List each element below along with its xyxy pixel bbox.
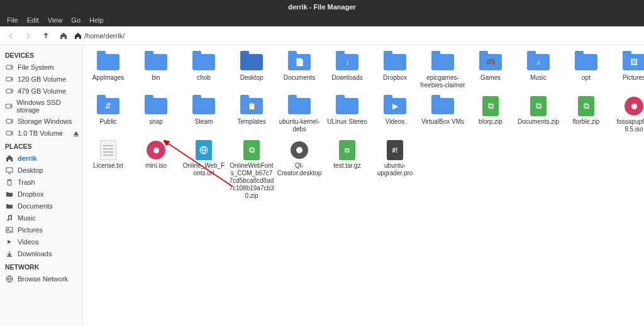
path-bar[interactable]: /home/derrik/ bbox=[74, 32, 125, 40]
menu-file[interactable]: File bbox=[3, 15, 23, 25]
file-item-label: Games bbox=[480, 74, 501, 82]
file-item-label: Public bbox=[99, 118, 116, 126]
file-item-25[interactable]: mini.iso bbox=[133, 139, 179, 200]
folder-icon bbox=[335, 95, 360, 117]
file-item-16[interactable]: ubuntu-kernel-debs bbox=[277, 95, 322, 133]
file-item-27[interactable]: ⧉OnlineWebFonts_COM_b67c77cd5bca8cd8ad7c… bbox=[229, 139, 274, 200]
up-button[interactable] bbox=[39, 29, 53, 43]
sidebar-item-devices-0[interactable]: File System bbox=[0, 61, 82, 73]
file-item-label: Steam bbox=[195, 118, 213, 126]
file-item-3[interactable]: Desktop bbox=[229, 52, 274, 89]
svg-rect-12 bbox=[6, 168, 13, 172]
sidebar-item-places-5[interactable]: Music bbox=[0, 212, 82, 224]
sidebar-item-network-0[interactable]: Browse Network bbox=[0, 273, 82, 285]
file-item-5[interactable]: ↓Downloads bbox=[325, 52, 370, 89]
file-item-21[interactable]: ⧉Documents.zip bbox=[516, 95, 561, 133]
folder-icon: 📋 bbox=[239, 95, 264, 117]
sidebar-item-places-3[interactable]: Dropbox bbox=[0, 188, 82, 200]
home-button[interactable] bbox=[57, 29, 70, 43]
file-item-6[interactable]: Dropbox bbox=[372, 52, 418, 89]
file-item-10[interactable]: opt bbox=[564, 52, 609, 89]
sidebar-item-label: derrik bbox=[18, 155, 37, 162]
menu-go[interactable]: Go bbox=[67, 15, 85, 25]
sidebar-item-devices-3[interactable]: Windows SSD storage bbox=[0, 97, 82, 115]
sidebar-item-label: Documents bbox=[18, 202, 53, 210]
menu-help[interactable]: Help bbox=[85, 15, 108, 25]
sidebar-item-label: Downloads bbox=[18, 250, 52, 258]
file-item-17[interactable]: ULinux Stereo bbox=[325, 95, 370, 133]
file-item-7[interactable]: epicgames-freebies-claimer bbox=[420, 52, 465, 89]
file-item-23[interactable]: fossapup64-9.5.iso bbox=[611, 95, 644, 133]
sidebar-item-places-6[interactable]: Pictures bbox=[0, 224, 82, 236]
back-button[interactable] bbox=[4, 29, 18, 43]
zip-icon: ⧉ bbox=[526, 95, 551, 117]
file-item-9[interactable]: ♪Music bbox=[516, 52, 561, 89]
sidebar-item-label: Music bbox=[18, 214, 36, 222]
zip-icon: ⧉ bbox=[478, 95, 503, 117]
svg-point-7 bbox=[10, 106, 11, 107]
file-view: AppImagesbinchobDesktop📄Documents↓Downlo… bbox=[83, 45, 644, 326]
sidebar-item-devices-4[interactable]: Storage Windows bbox=[0, 115, 82, 127]
menu-edit[interactable]: Edit bbox=[23, 15, 43, 25]
file-item-label: Music bbox=[530, 74, 547, 82]
file-item-26[interactable]: Online_Web_Fonts.url bbox=[181, 139, 226, 200]
home-icon bbox=[74, 32, 82, 40]
file-item-label: Documents bbox=[284, 74, 316, 82]
file-item-8[interactable]: 🎮Games bbox=[468, 52, 513, 89]
sidebar-item-devices-1[interactable]: 120 GB Volume bbox=[0, 73, 82, 85]
file-item-1[interactable]: bin bbox=[133, 52, 179, 89]
drive-icon bbox=[5, 117, 14, 126]
sidebar-item-places-2[interactable]: Trash bbox=[0, 176, 82, 188]
forward-button[interactable] bbox=[21, 29, 35, 43]
file-item-label: Documents.zip bbox=[518, 118, 559, 126]
svg-point-3 bbox=[11, 79, 12, 80]
file-item-30[interactable]: #!ubuntu-upgrader.pro bbox=[372, 139, 418, 200]
sidebar-item-places-8[interactable]: Downloads bbox=[0, 247, 82, 259]
sidebar-item-devices-5[interactable]: 1.0 TB Volume bbox=[0, 127, 82, 139]
trash-icon bbox=[5, 178, 14, 187]
folder-icon bbox=[287, 95, 312, 117]
file-item-12[interactable]: ⇵Public bbox=[86, 95, 131, 133]
file-item-label: OnlineWebFonts_COM_b67c77cd5bca8cd8ad7c1… bbox=[229, 162, 274, 200]
file-item-label: License.txt bbox=[93, 162, 123, 170]
svg-rect-14 bbox=[6, 227, 13, 232]
file-item-label: Videos bbox=[386, 118, 404, 126]
sidebar-item-places-0[interactable]: derrik bbox=[0, 152, 82, 164]
drive-icon bbox=[5, 129, 14, 138]
file-item-label: test.tar.gz bbox=[333, 162, 360, 170]
file-item-18[interactable]: ▶Videos bbox=[372, 95, 418, 133]
file-item-4[interactable]: 📄Documents bbox=[277, 52, 322, 89]
sidebar-item-places-4[interactable]: Documents bbox=[0, 200, 82, 212]
sidebar-item-places-1[interactable]: Desktop bbox=[0, 164, 82, 176]
file-item-20[interactable]: ⧉blorp.zip bbox=[468, 95, 513, 133]
sidebar-item-devices-2[interactable]: 479 GB Volume bbox=[0, 85, 82, 97]
sidebar-item-label: Pictures bbox=[18, 226, 43, 234]
file-item-14[interactable]: Steam bbox=[181, 95, 226, 133]
iso-icon bbox=[621, 95, 644, 117]
folder-icon: ⇵ bbox=[96, 95, 121, 117]
file-item-label: VirtualBox VMs bbox=[421, 118, 464, 126]
file-item-0[interactable]: AppImages bbox=[86, 52, 131, 89]
eject-icon[interactable] bbox=[74, 131, 79, 135]
folder-icon bbox=[430, 52, 455, 73]
file-item-label: AppImages bbox=[92, 74, 125, 82]
file-item-29[interactable]: ⧉test.tar.gz bbox=[325, 139, 370, 200]
file-item-13[interactable]: snap bbox=[133, 95, 179, 133]
file-item-28[interactable]: Qt-Creator.desktop bbox=[277, 139, 322, 200]
folder-icon bbox=[143, 95, 169, 117]
menu-view[interactable]: View bbox=[43, 15, 67, 25]
zip-icon: ⧉ bbox=[239, 139, 264, 161]
file-item-label: snap bbox=[149, 118, 163, 126]
file-item-22[interactable]: ⧉florble.zip bbox=[564, 95, 609, 133]
sidebar-item-places-7[interactable]: Videos bbox=[0, 236, 82, 247]
folder-icon bbox=[191, 52, 216, 73]
file-item-11[interactable]: 🖼Pictures bbox=[611, 52, 644, 89]
file-item-label: fossapup64-9.5.iso bbox=[611, 118, 644, 133]
file-item-15[interactable]: 📋Templates bbox=[229, 95, 274, 133]
sidebar-item-label: Browse Network bbox=[18, 275, 68, 283]
file-item-label: opt bbox=[582, 74, 591, 82]
file-item-24[interactable]: License.txt bbox=[86, 139, 131, 200]
file-item-2[interactable]: chob bbox=[181, 52, 226, 89]
file-item-19[interactable]: VirtualBox VMs bbox=[420, 95, 465, 133]
sidebar-item-label: Dropbox bbox=[18, 190, 44, 198]
